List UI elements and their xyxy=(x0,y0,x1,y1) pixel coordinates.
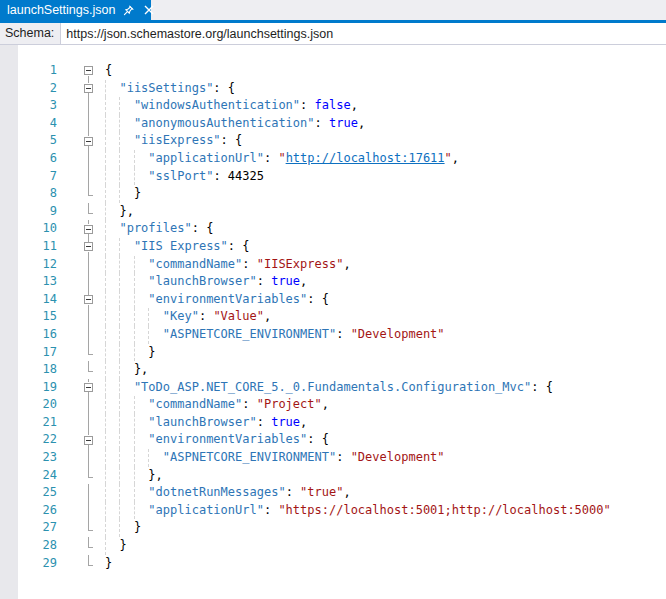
indent-guide xyxy=(105,449,106,467)
code-line[interactable]: 18}, xyxy=(0,361,666,379)
indent-guide xyxy=(134,291,135,309)
fold-guide xyxy=(82,150,96,168)
indent-guide xyxy=(105,185,106,203)
pin-icon[interactable] xyxy=(122,4,135,17)
code-line[interactable]: 8} xyxy=(0,185,666,203)
code-line[interactable]: 17} xyxy=(0,344,666,362)
code-line[interactable]: 27} xyxy=(0,519,666,537)
indent-guide xyxy=(105,97,106,115)
fold-guide xyxy=(82,537,96,555)
code-line[interactable]: 4"anonymousAuthentication": true, xyxy=(0,115,666,133)
indent-guide xyxy=(105,414,106,432)
fold-collapse-button[interactable] xyxy=(82,431,96,449)
code-line[interactable]: 13"launchBrowser": true, xyxy=(0,273,666,291)
indent-guide xyxy=(134,256,135,274)
json-string: "https://localhost:5001;http://localhost… xyxy=(278,503,610,517)
code-line[interactable]: 12"commandName": "IISExpress", xyxy=(0,256,666,274)
json-punctuation: , xyxy=(343,257,350,271)
indent-guide xyxy=(119,431,120,449)
fold-guide xyxy=(82,361,96,379)
line-number: 21 xyxy=(18,414,57,432)
code-line[interactable]: 23"ASPNETCORE_ENVIRONMENT": "Development… xyxy=(0,449,666,467)
code-line[interactable]: 29} xyxy=(0,555,666,573)
line-number: 2 xyxy=(18,80,57,98)
code-line[interactable]: 1{ xyxy=(0,62,666,80)
json-string: " xyxy=(445,151,452,165)
code-text: "environmentVariables": { xyxy=(105,291,666,309)
json-keyword: false xyxy=(315,98,351,112)
fold-collapse-button[interactable] xyxy=(82,220,96,238)
json-property: "commandName" xyxy=(148,397,242,411)
code-line[interactable]: 26"applicationUrl": "https://localhost:5… xyxy=(0,502,666,520)
indent-guide xyxy=(119,502,120,520)
line-number: 3 xyxy=(18,97,57,115)
code-line[interactable]: 5"iisExpress": { xyxy=(0,132,666,150)
fold-collapse-button[interactable] xyxy=(82,379,96,397)
fold-collapse-button[interactable] xyxy=(82,238,96,256)
indent-guide xyxy=(119,519,120,537)
code-line[interactable]: 28} xyxy=(0,537,666,555)
code-editor[interactable]: 1{2"iisSettings": {3"windowsAuthenticati… xyxy=(0,45,666,599)
json-keyword: true xyxy=(329,116,358,130)
indent-guide xyxy=(119,396,120,414)
indent-guide xyxy=(105,256,106,274)
code-line[interactable]: 6"applicationUrl": "http://localhost:176… xyxy=(0,150,666,168)
json-keyword: true xyxy=(271,274,300,288)
code-line[interactable]: 9}, xyxy=(0,203,666,221)
code-text: "launchBrowser": true, xyxy=(105,273,666,291)
indent-guide xyxy=(105,220,106,238)
fold-collapse-button[interactable] xyxy=(82,62,96,80)
code-line[interactable]: 2"iisSettings": { xyxy=(0,80,666,98)
json-punctuation: , xyxy=(452,151,459,165)
fold-guide xyxy=(82,467,96,485)
schema-input[interactable] xyxy=(60,23,666,44)
indent-guide xyxy=(119,115,120,133)
line-number: 26 xyxy=(18,502,57,520)
code-line[interactable]: 3"windowsAuthentication": false, xyxy=(0,97,666,115)
code-line[interactable]: 10"profiles": { xyxy=(0,220,666,238)
indent-guide xyxy=(105,238,106,256)
code-line[interactable]: 11"IIS Express": { xyxy=(0,238,666,256)
fold-collapse-button[interactable] xyxy=(82,132,96,150)
tab-bar: launchSettings.json xyxy=(0,0,666,23)
indent-guide xyxy=(105,115,106,133)
url-link[interactable]: http://localhost:17611 xyxy=(286,151,445,165)
code-line[interactable]: 7"sslPort": 44325 xyxy=(0,168,666,186)
json-punctuation: : xyxy=(336,327,350,341)
code-line[interactable]: 16"ASPNETCORE_ENVIRONMENT": "Development… xyxy=(0,326,666,344)
code-line[interactable]: 24}, xyxy=(0,467,666,485)
fold-guide xyxy=(82,115,96,133)
active-tab-accent-underline xyxy=(0,20,666,23)
json-property: "ToDo_ASP.NET_CORE_5._0.Fundamentals.Con… xyxy=(134,380,531,394)
indent-guide xyxy=(119,414,120,432)
code-line[interactable]: 25"dotnetRunMessages": "true", xyxy=(0,484,666,502)
indent-guide xyxy=(105,168,106,186)
indent-guide xyxy=(119,326,120,344)
code-line[interactable]: 19"ToDo_ASP.NET_CORE_5._0.Fundamentals.C… xyxy=(0,379,666,397)
code-text: "ASPNETCORE_ENVIRONMENT": "Development" xyxy=(105,326,666,344)
line-number: 24 xyxy=(18,467,57,485)
code-line[interactable]: 22"environmentVariables": { xyxy=(0,431,666,449)
code-line[interactable]: 14"environmentVariables": { xyxy=(0,291,666,309)
code-line[interactable]: 20"commandName": "Project", xyxy=(0,396,666,414)
indent-guide xyxy=(134,431,135,449)
code-line[interactable]: 15"Key": "Value", xyxy=(0,308,666,326)
indent-guide xyxy=(134,502,135,520)
json-property: "applicationUrl" xyxy=(148,503,264,517)
tab-launchsettings-json[interactable]: launchSettings.json xyxy=(0,0,151,20)
json-property: "profiles" xyxy=(119,221,191,235)
close-icon[interactable] xyxy=(142,4,155,17)
fold-guide xyxy=(82,502,96,520)
line-number: 5 xyxy=(18,132,57,150)
fold-guide xyxy=(82,555,96,573)
code-line[interactable]: 21"launchBrowser": true, xyxy=(0,414,666,432)
fold-collapse-button[interactable] xyxy=(82,80,96,98)
indent-guide xyxy=(105,326,106,344)
fold-collapse-button[interactable] xyxy=(82,291,96,309)
indent-guide xyxy=(119,467,120,485)
fold-guide xyxy=(82,519,96,537)
code-text: } xyxy=(105,555,666,573)
json-punctuation: : xyxy=(199,309,213,323)
indent-guide xyxy=(119,379,120,397)
json-punctuation: : { xyxy=(307,432,329,446)
